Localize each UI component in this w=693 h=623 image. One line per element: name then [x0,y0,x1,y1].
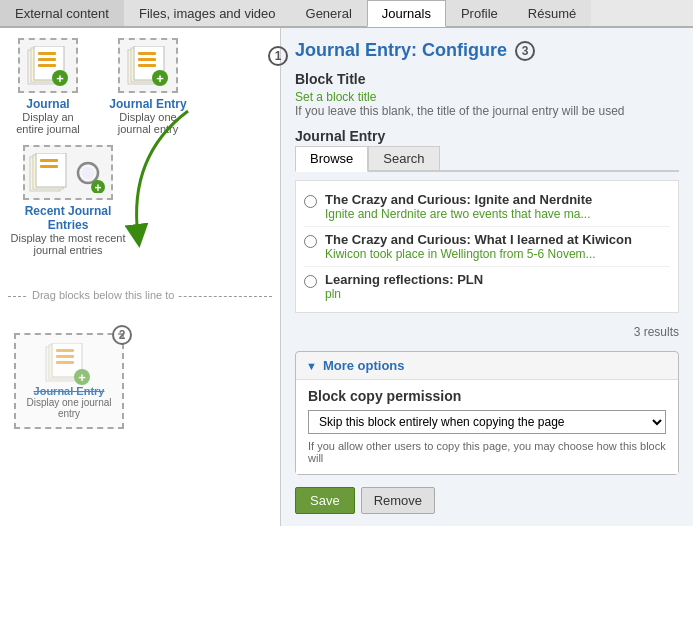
entry-item-3: Learning reflections: PLN pln [304,267,670,306]
step-number-2: 2 [112,325,132,345]
permission-select[interactable]: Skip this block entirely when copying th… [308,410,666,434]
entry-radio-3[interactable] [304,275,317,288]
tab-journals[interactable]: Journals [367,0,446,27]
config-title: Journal Entry: Configure 3 [295,40,679,61]
dropped-journal-entry-block[interactable]: 2 + Journal Entry Display one journal en… [14,333,124,429]
svg-rect-31 [56,361,74,364]
svg-rect-29 [56,349,74,352]
entry-desc-1: Ignite and Nerdnite are two events that … [325,207,592,221]
block-title-hint: If you leave this blank, the title of th… [295,104,679,118]
svg-rect-4 [38,58,56,61]
svg-text:+: + [56,71,64,86]
entry-desc-3: pln [325,287,483,301]
permission-hint: If you allow other users to copy this pa… [308,440,666,464]
journal-entry-tabs: Browse Search [295,146,679,172]
entry-item-1: The Crazy and Curious: Ignite and Nerdni… [304,187,670,227]
journal-entry-section-label: Journal Entry [295,128,679,144]
svg-point-23 [82,167,94,179]
journal-entry-block-desc: Display one journal entry [108,111,188,135]
dropped-block-area: 2 + Journal Entry Display one journal en… [8,327,272,435]
action-buttons: Save Remove [295,487,679,514]
journal-block-image: + [18,38,78,93]
svg-rect-5 [38,64,56,67]
svg-rect-12 [138,58,156,61]
more-options-section: ▼ More options Block copy permission Ski… [295,351,679,475]
journal-entry-block-image: + [118,38,178,93]
entries-list: The Crazy and Curious: Ignite and Nerdni… [295,180,679,313]
recent-entries-block-label: Recent Journal Entries [8,204,128,232]
set-block-title-link[interactable]: Set a block title [295,90,376,104]
svg-rect-30 [56,355,74,358]
results-count: 3 results [295,321,679,343]
more-options-label: More options [323,358,405,373]
block-icon-journal[interactable]: + Journal Display an entire journal [8,38,88,135]
svg-rect-11 [138,52,156,55]
permission-select-wrapper: Skip this block entirely when copying th… [308,410,666,434]
more-options-header[interactable]: ▼ More options [296,352,678,379]
entry-title-2: The Crazy and Curious: What I learned at… [325,232,632,247]
block-icon-journal-entry[interactable]: + Journal Entry Display one journal entr… [108,38,188,135]
save-button[interactable]: Save [295,487,355,514]
tab-browse[interactable]: Browse [295,146,368,172]
left-panel: + Journal Display an entire journal 1 [0,28,280,526]
right-panel: Journal Entry: Configure 3 Block Title S… [280,28,693,526]
journal-entry-block-label: Journal Entry [109,97,186,111]
entry-desc-2: Kiwicon took place in Wellington from 5-… [325,247,632,261]
journal-block-desc: Display an entire journal [8,111,88,135]
svg-rect-13 [138,64,156,67]
tab-files-images[interactable]: Files, images and video [124,0,291,26]
tab-external-content[interactable]: External content [0,0,124,26]
dropped-block-label: Journal Entry [34,385,105,397]
block-icons-row: + Journal Display an entire journal 1 [8,38,272,135]
entry-item-2: The Crazy and Curious: What I learned at… [304,227,670,267]
tab-search[interactable]: Search [368,146,439,170]
svg-rect-19 [40,159,58,162]
block-icon-recent-entries[interactable]: + Recent Journal Entries Display the mos… [8,145,128,256]
entry-radio-1[interactable] [304,195,317,208]
svg-text:+: + [94,180,101,193]
svg-rect-20 [40,165,58,168]
drag-divider: Drag blocks below this line to [8,296,272,297]
svg-text:+: + [78,370,86,385]
tabs-bar: External content Files, images and video… [0,0,693,28]
recent-entries-block-image: + [23,145,113,200]
step-number-1: 1 [268,46,288,66]
remove-button[interactable]: Remove [361,487,435,514]
svg-text:+: + [156,71,164,86]
entry-title-3: Learning reflections: PLN [325,272,483,287]
svg-rect-18 [36,153,66,187]
step-number-3: 3 [515,41,535,61]
recent-entries-block-desc: Display the most recent journal entries [8,232,128,256]
entry-radio-2[interactable] [304,235,317,248]
svg-rect-3 [38,52,56,55]
tab-resume[interactable]: Résumé [513,0,591,26]
more-options-body: Block copy permission Skip this block en… [296,379,678,474]
main-content: + Journal Display an entire journal 1 [0,28,693,526]
chevron-down-icon: ▼ [306,360,317,372]
drag-hint-text: Drag blocks below this line to [28,289,178,301]
tab-profile[interactable]: Profile [446,0,513,26]
tab-general[interactable]: General [291,0,367,26]
dropped-block-desc: Display one journal entry [24,397,114,419]
entry-title-1: The Crazy and Curious: Ignite and Nerdni… [325,192,592,207]
block-title-label: Block Title [295,71,679,87]
journal-block-label: Journal [26,97,69,111]
block-copy-permission-label: Block copy permission [308,388,666,404]
config-title-text: Journal Entry: Configure [295,40,507,61]
